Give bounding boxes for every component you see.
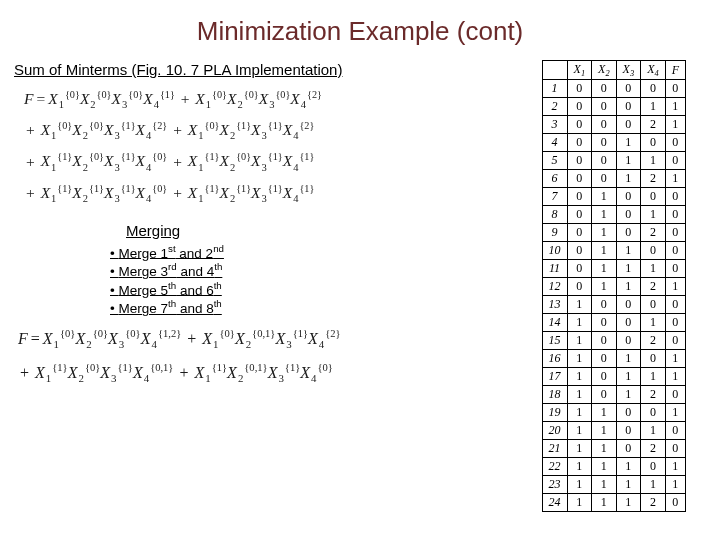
- table-row: 300021: [542, 116, 685, 134]
- col-F: F: [665, 61, 685, 80]
- table-row: 801010: [542, 206, 685, 224]
- table-row: 2211101: [542, 458, 685, 476]
- table-row: 200011: [542, 98, 685, 116]
- page-title: Minimization Example (cont): [0, 16, 720, 47]
- col-X1: X1: [567, 61, 592, 80]
- table-row: 701000: [542, 188, 685, 206]
- table-row: 500110: [542, 152, 685, 170]
- table-row: 600121: [542, 170, 685, 188]
- truth-table: X1X2X3X4F 100000200011300021400100500110…: [542, 60, 686, 512]
- table-row: 1001100: [542, 242, 685, 260]
- equation-bottom: F=X1{0}X2{0}X3{0}X4{1,2} + X1{0}X2{0,1}X…: [18, 324, 448, 389]
- table-row: 1911001: [542, 404, 685, 422]
- table-row: 901020: [542, 224, 685, 242]
- col-X4: X4: [641, 61, 666, 80]
- table-row: 1810120: [542, 386, 685, 404]
- table-row: 1201121: [542, 278, 685, 296]
- table-row: 400100: [542, 134, 685, 152]
- row-index-head: [542, 61, 567, 80]
- equation-top: F=X1{0}X2{0}X3{0}X4{1} + X1{0}X2{0}X3{0}…: [24, 86, 444, 208]
- table-row: 1710111: [542, 368, 685, 386]
- table-row: 1610101: [542, 350, 685, 368]
- table-row: 2011010: [542, 422, 685, 440]
- table-row: 2111020: [542, 440, 685, 458]
- table-row: 100000: [542, 80, 685, 98]
- table-row: 1510020: [542, 332, 685, 350]
- col-X3: X3: [616, 61, 641, 80]
- col-X2: X2: [592, 61, 617, 80]
- table-row: 1410010: [542, 314, 685, 332]
- table-row: 1310000: [542, 296, 685, 314]
- table-row: 2311111: [542, 476, 685, 494]
- table-row: 2411120: [542, 494, 685, 512]
- table-row: 1101110: [542, 260, 685, 278]
